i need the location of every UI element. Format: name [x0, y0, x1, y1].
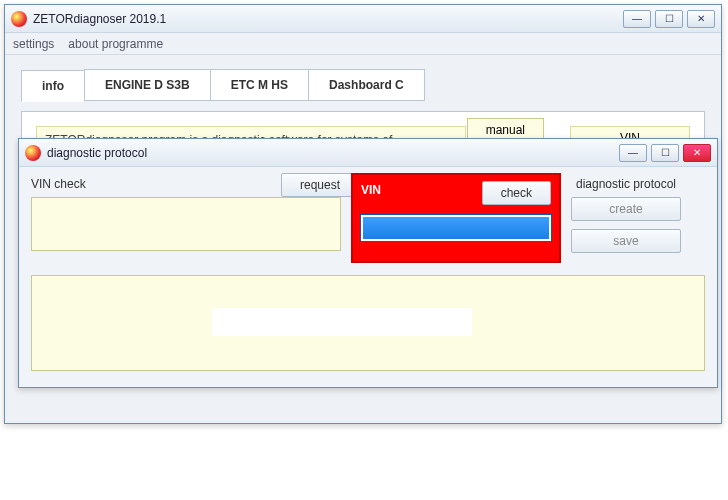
menubar: settings about programme — [5, 33, 721, 55]
dialog-window: diagnostic protocol — ☐ ✕ VIN check requ… — [18, 138, 718, 388]
dialog-maximize-button[interactable]: ☐ — [651, 144, 679, 162]
tabstrip: info ENGINE D S3B ETC M HS Dashboard C — [21, 69, 705, 101]
tab-info[interactable]: info — [21, 70, 85, 102]
protocol-text-field[interactable] — [212, 308, 472, 336]
dp-header: diagnostic protocol — [571, 177, 681, 191]
tab-etc[interactable]: ETC M HS — [210, 69, 309, 101]
create-button[interactable]: create — [571, 197, 681, 221]
tab-engine[interactable]: ENGINE D S3B — [84, 69, 211, 101]
dialog-minimize-button[interactable]: — — [619, 144, 647, 162]
menu-settings[interactable]: settings — [13, 37, 54, 51]
vin-check-output — [31, 197, 341, 251]
dialog-icon — [25, 145, 41, 161]
dialog-close-button[interactable]: ✕ — [683, 144, 711, 162]
vin-input[interactable] — [361, 215, 551, 241]
app-icon — [11, 11, 27, 27]
dialog-titlebar[interactable]: diagnostic protocol — ☐ ✕ — [19, 139, 717, 167]
minimize-button[interactable]: — — [623, 10, 651, 28]
main-title: ZETORdiagnoser 2019.1 — [33, 12, 623, 26]
save-button[interactable]: save — [571, 229, 681, 253]
close-button[interactable]: ✕ — [687, 10, 715, 28]
tab-dashboard[interactable]: Dashboard C — [308, 69, 425, 101]
maximize-button[interactable]: ☐ — [655, 10, 683, 28]
vin-panel: VIN check — [351, 173, 561, 263]
menu-about[interactable]: about programme — [68, 37, 163, 51]
dialog-client: VIN check request VIN check diagnostic p… — [19, 167, 717, 387]
protocol-output — [31, 275, 705, 371]
main-titlebar[interactable]: ZETORdiagnoser 2019.1 — ☐ ✕ — [5, 5, 721, 33]
request-button[interactable]: request — [281, 173, 359, 197]
check-button[interactable]: check — [482, 181, 551, 205]
dialog-title: diagnostic protocol — [47, 146, 619, 160]
